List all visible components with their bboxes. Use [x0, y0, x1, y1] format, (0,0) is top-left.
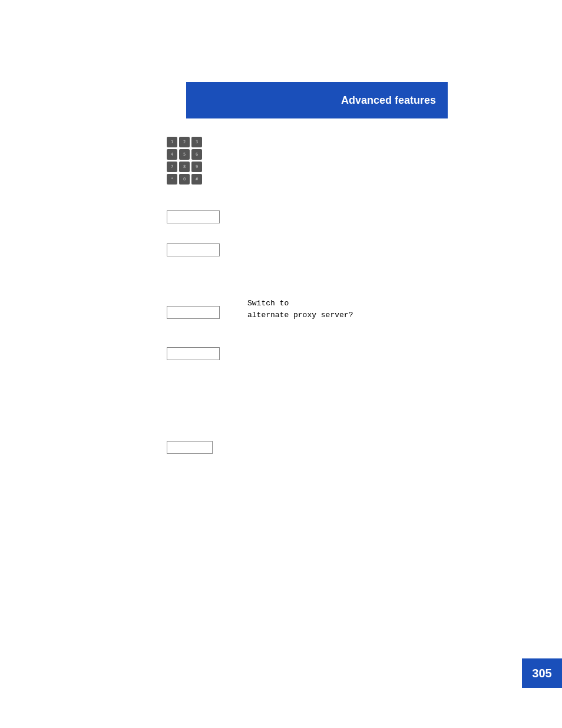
input-field-5[interactable] — [167, 441, 213, 454]
key-star[interactable]: * — [167, 174, 177, 185]
key-0[interactable]: 0 — [179, 174, 190, 185]
page-number-badge: 305 — [522, 658, 562, 688]
page-title: Advanced features — [341, 94, 436, 107]
page-number: 305 — [532, 667, 551, 680]
key-3[interactable]: 3 — [191, 137, 202, 147]
key-1[interactable]: 1 — [167, 137, 177, 147]
input-field-1[interactable] — [167, 210, 220, 223]
proxy-label: Switch to alternate proxy server? — [247, 298, 353, 321]
key-9[interactable]: 9 — [191, 162, 202, 172]
key-7[interactable]: 7 — [167, 162, 177, 172]
key-4[interactable]: 4 — [167, 149, 177, 160]
input-field-2[interactable] — [167, 243, 220, 256]
header-bar: Advanced features — [186, 82, 448, 118]
key-2[interactable]: 2 — [179, 137, 190, 147]
keypad-grid: 1 2 3 4 5 6 7 8 9 * 0 # — [167, 137, 202, 185]
key-8[interactable]: 8 — [179, 162, 190, 172]
input-field-3[interactable] — [167, 306, 220, 319]
key-5[interactable]: 5 — [179, 149, 190, 160]
key-hash[interactable]: # — [191, 174, 202, 185]
key-6[interactable]: 6 — [191, 149, 202, 160]
input-field-4[interactable] — [167, 347, 220, 360]
